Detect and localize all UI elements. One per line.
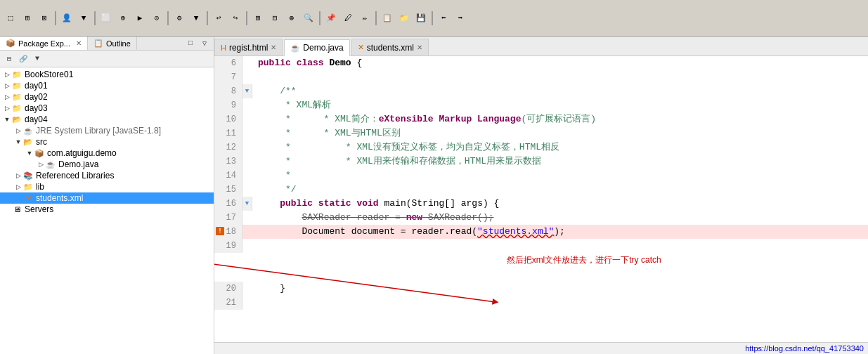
line-content-16: public static void main(String[] args) { xyxy=(252,197,868,211)
tree-item-day02[interactable]: ▷ 📁 day02 xyxy=(0,91,214,103)
toggle-src[interactable]: ▼ xyxy=(14,138,22,145)
toolbar-btn-17[interactable]: 🔍 xyxy=(301,11,316,26)
main-toolbar: ⬚ ⊞ ⊠ 👤 ▼ ⬜ ⊕ ▶ ⊙ ⚙ ▼ ↩ ↪ ⊞ ⊟ ⊛ 🔍 📌 🖊 ✏ … xyxy=(0,0,868,37)
line-num-17: 17 xyxy=(214,211,242,225)
tree-item-day03[interactable]: ▷ 📁 day03 xyxy=(0,103,214,114)
toggle-reflibs[interactable]: ▷ xyxy=(14,172,22,179)
toolbar-btn-25[interactable]: ➡ xyxy=(453,11,468,26)
toolbar-btn-18[interactable]: 📌 xyxy=(323,11,339,26)
line-content-19: 然后把xml文件放进去，进行一下try catch xyxy=(252,239,868,282)
toolbar-btn-21[interactable]: 📋 xyxy=(380,11,395,26)
toggle-lib[interactable]: ▷ xyxy=(14,183,22,190)
toggle-demojava[interactable]: ▷ xyxy=(37,161,45,168)
toggle-jre[interactable]: ▷ xyxy=(14,127,22,134)
line-content-14: * xyxy=(252,169,868,183)
code-line-20: 20 } xyxy=(214,282,868,296)
tab-demo-java[interactable]: ☕ Demo.java xyxy=(284,39,349,56)
toolbar-btn-20[interactable]: ✏ xyxy=(357,11,373,26)
reflibs-icon: 📚 xyxy=(22,171,34,181)
code-lines: 6 public class Demo { 7 8 ▼ /** xyxy=(214,56,868,310)
toolbar-sep-5 xyxy=(246,11,247,25)
bookstore01-label: BookStore01 xyxy=(25,70,73,79)
panel-menu-btn[interactable]: ▼ xyxy=(31,53,44,65)
outline-label: Outline xyxy=(106,39,131,48)
tree-item-src[interactable]: ▼ 📂 src xyxy=(0,136,214,148)
panel-maximize-btn[interactable]: ▽ xyxy=(198,37,211,50)
toolbar-btn-7[interactable]: ⊕ xyxy=(115,11,131,26)
gutter-8: ▼ xyxy=(242,84,252,98)
tree-item-bookstore01[interactable]: ▷ 📁 BookStore01 xyxy=(0,69,214,80)
toolbar-btn-15[interactable]: ⊟ xyxy=(267,11,283,26)
toolbar-sep-2 xyxy=(94,11,96,25)
day01-label: day01 xyxy=(25,81,48,91)
package-explorer-label: Package Exp... xyxy=(18,39,70,48)
tree-item-jre[interactable]: ▷ ☕ JRE System Library [JavaSE-1.8] xyxy=(0,125,214,136)
tab-regist-html[interactable]: H regist.html ✕ xyxy=(214,39,283,55)
line-content-15: */ xyxy=(252,183,868,197)
toolbar-btn-6[interactable]: ⬜ xyxy=(98,11,114,26)
toolbar-btn-22[interactable]: 📁 xyxy=(396,11,412,26)
toggle-package[interactable]: ▼ xyxy=(25,150,34,157)
tab-regist-html-close[interactable]: ✕ xyxy=(271,44,276,51)
tab-students-xml-close[interactable]: ✕ xyxy=(417,44,422,51)
code-editor[interactable]: 6 public class Demo { 7 8 ▼ /** xyxy=(214,56,868,342)
toolbar-btn-4[interactable]: 👤 xyxy=(59,11,75,26)
tree-item-studentsxml[interactable]: ✕ students.xml xyxy=(0,192,214,204)
code-line-10: 10 * * XML简介：eXtensible Markup Language(… xyxy=(214,112,868,126)
line-num-14: 14 xyxy=(214,169,242,183)
toolbar-btn-24[interactable]: ⬅ xyxy=(436,11,451,26)
tree-item-day04[interactable]: ▼ 📂 day04 xyxy=(0,114,214,125)
toggle-day04[interactable]: ▼ xyxy=(3,116,11,123)
tab-package-explorer[interactable]: 📦 Package Exp... ✕ xyxy=(0,37,88,50)
package-explorer-close-icon[interactable]: ✕ xyxy=(76,39,82,47)
code-line-18: 18 ! Document document = reader.read("st… xyxy=(214,225,868,239)
toolbar-btn-11[interactable]: ▼ xyxy=(188,11,204,26)
collapse-all-btn[interactable]: ⊟ xyxy=(3,53,15,65)
line-num-6: 6 xyxy=(214,56,242,70)
panel-tab-bar: 📦 Package Exp... ✕ 📋 Outline □ ▽ xyxy=(0,37,214,51)
tree-item-package[interactable]: ▼ 📦 com.atguigu.demo xyxy=(0,148,214,159)
lib-icon: 📁 xyxy=(22,182,34,192)
toolbar-btn-9[interactable]: ⊙ xyxy=(149,11,164,26)
line-num-13: 13 xyxy=(214,155,242,169)
toolbar-btn-2[interactable]: ⊞ xyxy=(20,11,35,26)
toolbar-btn-14[interactable]: ⊞ xyxy=(250,11,266,26)
editor-tab-bar: H regist.html ✕ ☕ Demo.java ✕ students.x… xyxy=(214,37,868,56)
toolbar-sep-1 xyxy=(55,11,56,25)
tab-xml-icon: ✕ xyxy=(358,43,364,52)
tree-item-servers[interactable]: 🖥 Servers xyxy=(0,204,214,215)
jre-icon: ☕ xyxy=(22,126,34,136)
tab-java-icon: ☕ xyxy=(290,44,300,53)
tree-item-demojava[interactable]: ▷ ☕ Demo.java xyxy=(0,159,214,170)
tab-outline[interactable]: 📋 Outline xyxy=(88,37,137,50)
url-bar: https://blog.csdn.net/qq_41753340 xyxy=(214,342,868,354)
tree-item-lib[interactable]: ▷ 📁 lib xyxy=(0,181,214,192)
toggle-bookstore01[interactable]: ▷ xyxy=(3,71,11,78)
toolbar-btn-16[interactable]: ⊛ xyxy=(284,11,299,26)
servers-label: Servers xyxy=(25,204,53,214)
annotation-text: 然后把xml文件放进去，进行一下try catch xyxy=(507,255,661,265)
toggle-day02[interactable]: ▷ xyxy=(3,93,11,100)
toggle-day01[interactable]: ▷ xyxy=(3,82,11,89)
day02-label: day02 xyxy=(25,92,48,102)
toolbar-sep-7 xyxy=(375,11,377,25)
toolbar-btn-19[interactable]: 🖊 xyxy=(340,11,356,26)
toolbar-btn-5[interactable]: ▼ xyxy=(76,11,91,26)
toolbar-btn-3[interactable]: ⊠ xyxy=(37,11,52,26)
toolbar-btn-23[interactable]: 💾 xyxy=(413,11,429,26)
left-panel: 📦 Package Exp... ✕ 📋 Outline □ ▽ ⊟ 🔗 ▼ xyxy=(0,37,214,354)
toolbar-btn-10[interactable]: ⚙ xyxy=(171,11,187,26)
tree-item-day01[interactable]: ▷ 📁 day01 xyxy=(0,80,214,91)
line-content-20: } xyxy=(252,282,868,296)
tree-item-reflibs[interactable]: ▷ 📚 Referenced Libraries xyxy=(0,170,214,181)
line-content-8: /** xyxy=(252,84,868,98)
line-content-10: * * XML简介：eXtensible Markup Language(可扩展… xyxy=(252,112,868,126)
panel-minimize-btn[interactable]: □ xyxy=(184,37,197,50)
toggle-day03[interactable]: ▷ xyxy=(3,105,11,112)
link-editor-btn[interactable]: 🔗 xyxy=(17,53,30,65)
toolbar-btn-1[interactable]: ⬚ xyxy=(3,11,18,26)
toolbar-btn-13[interactable]: ↪ xyxy=(228,11,243,26)
toolbar-btn-8[interactable]: ▶ xyxy=(132,11,148,26)
toolbar-btn-12[interactable]: ↩ xyxy=(211,11,226,26)
tab-students-xml[interactable]: ✕ students.xml ✕ xyxy=(351,39,429,55)
